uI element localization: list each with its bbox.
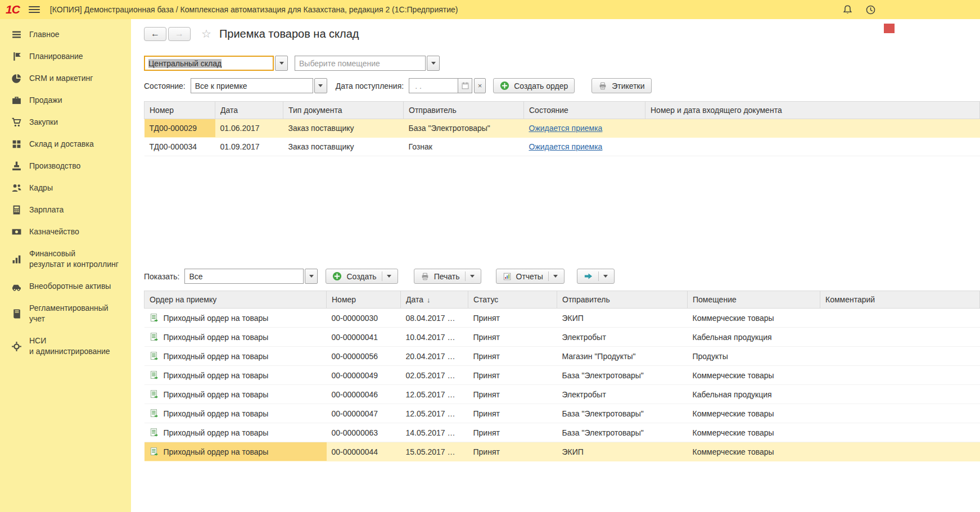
column-header-state[interactable]: Состояние	[524, 102, 645, 119]
orders-list: Номер Дата Тип документа Отправитель Сос…	[144, 101, 980, 261]
receipt-row[interactable]: Приходный ордер на товары 00-00000056 20…	[144, 347, 980, 366]
sidebar-item-label: НСИ и администрирование	[29, 336, 110, 357]
receipt-row[interactable]: Приходный ордер на товары 00-00000047 12…	[144, 404, 980, 423]
order-number: ТД00-000034	[144, 138, 215, 156]
column-header-status[interactable]: Статус	[468, 291, 557, 309]
sidebar-item[interactable]: Регламентированный учет	[0, 297, 131, 330]
show-field[interactable]: Все	[184, 269, 304, 284]
receipt-status: Принят	[468, 385, 557, 404]
warehouse-field[interactable]: Центральный склад	[144, 56, 274, 71]
receipt-row[interactable]: Приходный ордер на товары 00-00000046 12…	[144, 385, 980, 404]
sidebar-item[interactable]: Склад и доставка	[0, 133, 131, 155]
column-header-room[interactable]: Помещение	[688, 291, 820, 309]
receipt-row[interactable]: Приходный ордер на товары 00-00000030 08…	[144, 309, 980, 328]
receipt-date: 10.04.2017 …	[401, 328, 468, 347]
favorite-star-icon[interactable]: ☆	[201, 27, 211, 40]
top-bar: 1С [КОПИЯ] Демонстрационная база / Компл…	[0, 0, 980, 19]
sidebar-item-label: Зарплата	[29, 205, 64, 215]
sidebar-item-icon	[11, 254, 22, 265]
sidebar-item-label: Внеоборотные активы	[29, 281, 111, 292]
state-dropdown-button[interactable]	[314, 78, 327, 93]
receipt-status: Принят	[468, 328, 557, 347]
order-row[interactable]: ТД00-000029 01.06.2017 Заказ поставщику …	[144, 119, 980, 138]
plus-circle-icon	[332, 271, 342, 281]
receipt-number: 00-00000063	[327, 423, 401, 442]
receipt-document-icon	[150, 351, 159, 361]
receipt-status: Принят	[468, 442, 557, 461]
receipt-date: 12.05.2017 …	[401, 404, 468, 423]
receipt-title: Приходный ордер на товары	[164, 447, 269, 456]
warehouse-dropdown-button[interactable]	[275, 56, 288, 71]
location-filter-row: Центральный склад Выберите помещение	[144, 56, 980, 71]
receipt-title: Приходный ордер на товары	[164, 428, 269, 437]
state-value: Все к приемке	[195, 81, 247, 90]
receipt-row[interactable]: Приходный ордер на товары 00-00000063 14…	[144, 423, 980, 442]
receipt-row[interactable]: Приходный ордер на товары 00-00000049 02…	[144, 366, 980, 385]
order-state-link[interactable]: Ожидается приемка	[529, 124, 603, 133]
receipt-comment	[820, 423, 980, 442]
receipt-comment	[820, 309, 980, 328]
chevron-down-icon	[318, 84, 323, 87]
sidebar-item[interactable]: Продажи	[0, 89, 131, 111]
sidebar-item[interactable]: Закупки	[0, 111, 131, 133]
sidebar-item[interactable]: Производство	[0, 155, 131, 177]
column-header-number[interactable]: Номер	[144, 102, 215, 119]
reports-button[interactable]: Отчеты	[496, 269, 564, 284]
receipt-number: 00-00000030	[327, 309, 401, 328]
sidebar-item-label: Закупки	[29, 117, 58, 128]
state-combo: Все к приемке	[191, 78, 327, 93]
column-header-sender[interactable]: Отправитель	[404, 102, 524, 119]
sidebar-item[interactable]: Планирование	[0, 46, 131, 67]
calendar-button[interactable]	[458, 79, 472, 93]
print-button[interactable]: Печать	[414, 269, 481, 284]
back-button[interactable]: ←	[144, 27, 166, 41]
sidebar-item[interactable]: Казначейство	[0, 221, 131, 243]
receipts-table: Ордер на приемку Номер Дата↓ Статус Отпр…	[144, 291, 980, 461]
order-state-link[interactable]: Ожидается приемка	[529, 142, 603, 151]
labels-button[interactable]: Этикетки	[591, 78, 651, 93]
column-header-comment[interactable]: Комментарий	[820, 291, 980, 309]
show-label: Показать:	[144, 272, 179, 281]
sidebar-item-icon	[11, 139, 22, 149]
sidebar-item[interactable]: НСИ и администрирование	[0, 330, 131, 363]
notifications-bell-icon[interactable]	[842, 4, 853, 15]
sidebar-item[interactable]: Кадры	[0, 177, 131, 199]
order-row[interactable]: ТД00-000034 01.09.2017 Заказ поставщику …	[144, 138, 980, 156]
sidebar-item[interactable]: Главное	[0, 24, 131, 46]
column-header-number[interactable]: Номер	[327, 291, 401, 309]
sidebar-item[interactable]: Внеоборотные активы	[0, 275, 131, 297]
column-header-date[interactable]: Дата↓	[401, 291, 468, 309]
receipt-row[interactable]: Приходный ордер на товары 00-00000044 15…	[144, 442, 980, 461]
room-field[interactable]: Выберите помещение	[295, 56, 426, 71]
date-value[interactable]: . .	[409, 79, 458, 93]
receipt-status: Принят	[468, 309, 557, 328]
show-dropdown-button[interactable]	[305, 269, 318, 284]
column-header-incoming[interactable]: Номер и дата входящего документа	[645, 102, 980, 119]
orders-table: Номер Дата Тип документа Отправитель Сос…	[144, 101, 980, 156]
more-commands-button[interactable]	[577, 269, 615, 284]
room-dropdown-button[interactable]	[427, 56, 440, 71]
sidebar-item-icon	[11, 205, 22, 215]
column-header-sender[interactable]: Отправитель	[557, 291, 688, 309]
receipt-room: Коммерческие товары	[688, 309, 820, 328]
sidebar-item[interactable]: Зарплата	[0, 199, 131, 221]
receipt-date: 08.04.2017 …	[401, 309, 468, 328]
column-header-date[interactable]: Дата	[215, 102, 283, 119]
create-order-button[interactable]: Создать ордер	[493, 78, 575, 93]
column-header-order[interactable]: Ордер на приемку	[144, 291, 327, 309]
chevron-down-icon	[431, 62, 436, 65]
sidebar-item-icon	[11, 95, 22, 106]
create-button[interactable]: Создать	[326, 269, 398, 284]
receipt-title: Приходный ордер на товары	[164, 352, 269, 361]
main-menu-icon[interactable]	[29, 6, 40, 13]
sidebar-item[interactable]: Финансовый результат и контроллинг	[0, 243, 131, 275]
clear-date-button[interactable]: ×	[474, 78, 486, 93]
column-header-doctype[interactable]: Тип документа	[283, 102, 404, 119]
receipt-row[interactable]: Приходный ордер на товары 00-00000041 10…	[144, 328, 980, 347]
history-clock-icon[interactable]	[865, 4, 876, 15]
receipt-status: Принят	[468, 423, 557, 442]
sidebar-item-label: Производство	[29, 161, 80, 171]
state-field[interactable]: Все к приемке	[191, 78, 313, 93]
forward-button[interactable]: →	[168, 27, 191, 41]
sidebar-item[interactable]: CRM и маркетинг	[0, 67, 131, 89]
